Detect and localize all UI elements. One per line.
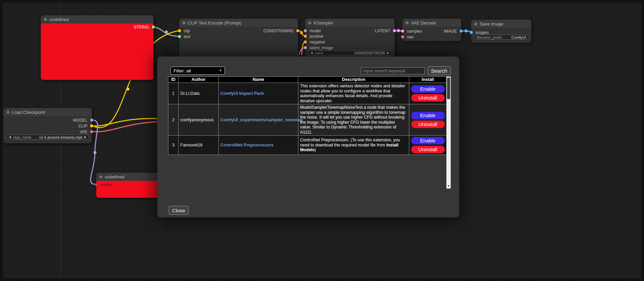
node-ksampler[interactable]: KSampler model positive negative latent_… — [305, 19, 395, 57]
scrollbar-down-arrow-icon[interactable]: ▼ — [447, 183, 450, 188]
description-text: ) — [314, 147, 316, 152]
node-load-checkpoint[interactable]: Load Checkpoint MODEL CLIP VAE ◀ ckpt_na… — [3, 108, 92, 143]
node-title: Save Image — [480, 21, 503, 27]
enable-button[interactable]: Enable — [411, 137, 445, 144]
output-slot-image[interactable] — [460, 30, 463, 33]
enable-button[interactable]: Enable — [411, 85, 445, 93]
node-title-bar[interactable]: KSampler — [305, 19, 395, 27]
wire-midpoint-dot — [397, 29, 400, 32]
node-clip-text-encode[interactable]: CLIP Text Encode (Prompt) clip text COND… — [179, 19, 298, 59]
output-slot-row: CONDITIONING — [179, 28, 298, 34]
cell-author: comfyanonymous — [179, 104, 219, 136]
uninstall-button[interactable]: Uninstall — [411, 121, 445, 128]
output-slot-clip[interactable] — [90, 124, 93, 127]
node-title-bar[interactable]: Save Image — [471, 20, 531, 28]
node-title-bar[interactable]: undefined — [41, 15, 153, 23]
cell-description: This extension offers various detector n… — [298, 83, 409, 104]
column-header-description: Description — [298, 77, 409, 83]
increment-arrow-icon[interactable]: ▶ — [387, 52, 389, 54]
slot-label: MODEL — [73, 118, 87, 123]
input-slot-images[interactable] — [470, 31, 473, 34]
extension-table: ID Author Name Description Install 1 Dr.… — [168, 76, 447, 155]
filter-dropdown[interactable]: Filter: all — [170, 67, 225, 75]
enable-button[interactable]: Enable — [411, 112, 445, 119]
uninstall-button[interactable]: Uninstall — [411, 146, 445, 153]
wire-midpoint-dot — [300, 31, 303, 34]
cell-install: Enable Uninstall — [409, 104, 447, 136]
filter-select[interactable]: Filter: all — [170, 67, 225, 75]
node-collapse-dot[interactable] — [44, 18, 47, 21]
slot-label: CLIP — [78, 124, 87, 128]
node-collapse-dot[interactable] — [474, 22, 477, 25]
extension-manager-dialog: Filter: all Search ID Author Name Descri… — [157, 56, 459, 217]
widget-value: v1-5-pruned-emaonly.ckpt — [39, 135, 82, 139]
node-title: Load Checkpoint — [12, 110, 45, 115]
cell-id: 2 — [168, 104, 179, 136]
node-title-bar[interactable]: VAE Decode — [402, 19, 461, 27]
input-slot-row: positive — [305, 34, 395, 39]
node-collapse-dot[interactable] — [182, 21, 185, 24]
extension-link[interactable]: ComfyUI_experiments/sampler_tonemap — [220, 118, 303, 122]
node-vae-decode[interactable]: VAE Decode samples vae IMAGE — [402, 19, 461, 41]
node-title: undefined — [49, 17, 69, 22]
output-slot-vae[interactable] — [90, 130, 93, 133]
increment-arrow-icon[interactable]: ▶ — [84, 136, 86, 139]
output-slot-model[interactable] — [90, 119, 93, 122]
output-slot-conditioning[interactable] — [296, 29, 299, 32]
slot-label: negative — [310, 40, 325, 45]
node-title: CLIP Text Encode (Prompt) — [188, 20, 242, 25]
output-slot-string[interactable] — [152, 25, 155, 29]
uninstall-button[interactable]: Uninstall — [411, 94, 445, 102]
output-slot-row: STRING — [41, 24, 153, 30]
description-text: This extension offers various detector n… — [300, 84, 405, 103]
input-slot-text[interactable] — [178, 35, 181, 38]
filename-prefix-widget[interactable]: filename_prefix ComfyUI — [474, 35, 529, 40]
node-collapse-dot[interactable] — [99, 175, 102, 178]
scrollbar[interactable]: ▼ — [446, 76, 451, 189]
widget-label: ckpt_name — [13, 135, 31, 139]
cell-author: Fannovel16 — [179, 136, 219, 155]
slot-label: text — [184, 34, 190, 39]
widget-value: ComfyUI — [511, 35, 526, 39]
output-slot-latent[interactable] — [393, 29, 396, 32]
extension-list-scroll-area[interactable]: ID Author Name Description Install 1 Dr.… — [168, 76, 451, 189]
cell-id: 1 — [168, 83, 179, 104]
node-collapse-dot[interactable] — [406, 21, 409, 24]
search-button[interactable]: Search — [428, 66, 451, 75]
input-slot-row: text — [179, 34, 298, 39]
wire-midpoint-dot — [465, 30, 468, 33]
node-title-bar[interactable]: CLIP Text Encode (Prompt) — [179, 19, 298, 27]
output-slot-row: LATENT — [305, 28, 395, 34]
close-button[interactable]: Close — [169, 206, 188, 215]
input-slot-negative[interactable] — [304, 40, 307, 43]
node-title: undefined — [105, 174, 124, 179]
column-header-name: Name — [219, 77, 298, 83]
decrement-arrow-icon[interactable]: ◀ — [9, 136, 11, 139]
scrollbar-thumb[interactable] — [447, 77, 450, 99]
extension-link[interactable]: ComfyUI Impact Pack — [220, 91, 264, 96]
slot-label: images — [476, 30, 489, 35]
node-title-bar[interactable]: Load Checkpoint — [3, 108, 92, 116]
input-slot-latent-image[interactable] — [304, 46, 307, 49]
extension-link[interactable]: ControlNet Preprocessors — [220, 143, 274, 147]
search-input[interactable] — [361, 67, 425, 74]
node-collapse-dot[interactable] — [6, 111, 10, 114]
input-slot-model[interactable] — [95, 183, 98, 186]
node-undefined-top[interactable]: undefined STRING — [41, 15, 153, 80]
input-slot-row: negative — [305, 39, 395, 45]
input-slot-positive[interactable] — [304, 35, 307, 38]
slot-label: VAE — [80, 129, 87, 134]
cell-description: ModelSamplerTonemapNoiseTest a node that… — [298, 104, 409, 136]
ckpt-name-widget[interactable]: ◀ ckpt_name v1-5-pruned-emaonly.ckpt ▶ — [6, 135, 89, 140]
output-slot-row: CLIP — [3, 123, 92, 129]
table-row: 3 Fannovel16 ControlNet Preprocessors Co… — [168, 136, 447, 155]
decrement-arrow-icon[interactable]: ◀ — [311, 52, 313, 54]
node-graph-canvas[interactable]: undefined STRING CLIP Text Encode (Promp… — [0, 0, 644, 281]
node-save-image[interactable]: Save Image images filename_prefix ComfyU… — [471, 20, 531, 43]
wire-midpoint-dot — [127, 88, 130, 91]
output-slot-row: MODEL — [3, 118, 92, 123]
seed-widget[interactable]: ◀ seed 156680208700286 ▶ — [308, 50, 392, 55]
column-header-install: Install — [409, 77, 447, 83]
input-slot-vae[interactable] — [401, 35, 404, 38]
node-collapse-dot[interactable] — [308, 21, 311, 24]
